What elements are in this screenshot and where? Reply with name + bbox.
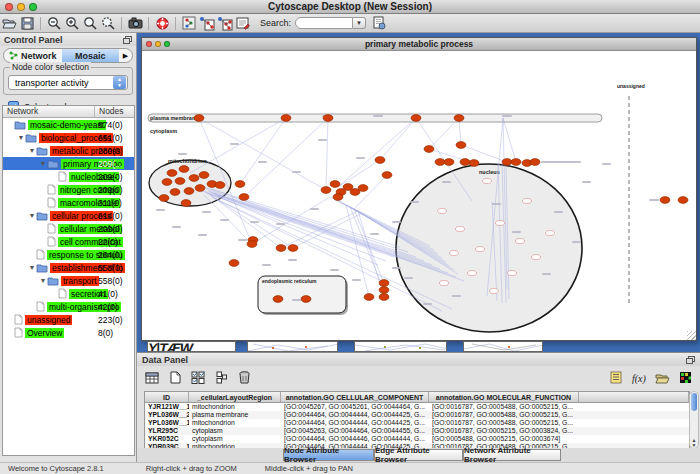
zoom-in-icon[interactable] [63,15,81,32]
gene-node[interactable] [382,172,392,179]
table-row[interactable]: YLR295Ccytoplasm[GO:0045263, GO:0044464,… [145,427,689,435]
tree-row[interactable]: macromolecule311(0) [3,196,134,209]
gene-node[interactable] [460,159,470,166]
network-graph[interactable]: plasma membranecytoplasmnucleusmitochond… [142,51,696,340]
tree-row[interactable]: ▼biological_process651(0) [3,131,134,144]
gene-node[interactable] [179,166,189,173]
float-panel-icon[interactable] [123,36,132,44]
network-window-titlebar[interactable]: primary metabolic process [142,38,696,51]
node-color-dropdown[interactable]: transporter activity ▲▼ [8,75,128,90]
scrollbar-thumb[interactable] [691,393,697,411]
gene-node[interactable] [199,172,209,179]
gene-node[interactable] [333,194,343,201]
import-attributes-icon[interactable] [653,369,671,386]
gene-node[interactable] [175,178,185,185]
search-dropdown-arrow[interactable]: ▼ [353,17,366,29]
gene-node[interactable] [358,185,368,192]
link-vizmap-icon[interactable] [216,15,234,32]
tab-mosaic[interactable]: Mosaic [62,49,120,62]
background-window-fragment[interactable]: Y\TÆW [147,341,236,352]
gene-node[interactable] [159,195,169,202]
zoom-out-icon[interactable] [45,15,63,32]
tree-row[interactable]: cellular metabol209(0) [3,222,134,235]
graph-panel-icon[interactable] [180,15,198,32]
column-header[interactable]: annotation.GO MOLECULAR_FUNCTION [429,392,579,402]
tree-row[interactable]: ▼establishment of lo558(0) [3,261,134,274]
expand-arrow-icon[interactable]: ▼ [28,147,36,154]
tree-row[interactable]: ▼primary metabo209(... [3,157,134,170]
background-window-fragment[interactable] [463,341,543,352]
tab-node-attribute-browser[interactable]: Node Attribute Browser [283,449,374,461]
gene-node[interactable] [364,294,374,301]
column-header[interactable]: ID [145,392,189,402]
new-attribute-icon[interactable] [166,369,184,386]
save-icon[interactable] [18,15,36,32]
gene-node[interactable] [281,115,291,122]
gene-node[interactable] [454,115,464,122]
gene-node[interactable] [424,146,434,153]
gene-node[interactable] [184,188,194,195]
tree-row[interactable]: ▼cellular process614(0) [3,209,134,222]
column-header[interactable]: annotation.GO CELLULAR_COMPONENT [281,392,429,402]
gene-node[interactable] [273,296,283,303]
gene-node[interactable] [660,197,670,204]
column-header[interactable]: _cellularLayoutRegion [189,392,281,402]
gene-node[interactable] [194,115,204,122]
gene-node[interactable] [323,115,333,122]
search-config-icon[interactable] [370,15,388,32]
gene-node[interactable] [170,189,180,196]
gene-node[interactable] [162,179,172,186]
expand-arrow-icon[interactable]: ▼ [39,277,47,284]
gene-node[interactable] [321,187,331,194]
zoom-selected-icon[interactable] [99,15,117,32]
zoom-fit-icon[interactable] [81,15,99,32]
network-view-window[interactable]: primary metabolic process plasma membran… [141,37,697,341]
table-row[interactable]: YKR052Ccytoplasm[GO:0044464, GO:0044446,… [145,435,689,443]
table-row[interactable]: YPL036W__2plasma membrane[GO:0044464, GO… [145,411,689,419]
attribute-list-icon[interactable] [607,369,625,386]
tree-row[interactable]: nucleobase-209(0) [3,170,134,183]
gene-node[interactable] [678,197,688,204]
preferences-icon[interactable] [234,15,252,32]
table-row[interactable]: YPL036W__1mitochondrion[GO:0044464, GO:0… [145,419,689,427]
delete-attribute-icon[interactable] [235,369,253,386]
background-window-fragment[interactable] [354,341,447,352]
gene-node[interactable] [301,296,311,303]
tree-row[interactable]: mosaic-demo-yeast874(0) [3,118,134,131]
attribute-table-icon[interactable] [143,369,161,386]
expand-arrow-icon[interactable]: ▼ [17,134,25,141]
tree-row[interactable]: Overview8(0) [3,326,134,339]
gene-node[interactable] [511,159,521,166]
gene-node[interactable] [530,159,540,166]
expand-arrow-icon[interactable]: ▼ [28,212,36,219]
gene-node[interactable] [276,245,286,252]
gene-node[interactable] [247,241,257,248]
gene-node[interactable] [375,157,385,164]
open-icon[interactable] [0,15,18,32]
tree-row[interactable]: ▼metabolic process280(0) [3,144,134,157]
tree-row[interactable]: unassigned223(0) [3,313,134,326]
help-icon[interactable] [153,15,171,32]
table-row[interactable]: YJR121W__1mitochondrion[GO:0045267, GO:0… [145,403,689,411]
gene-node[interactable] [288,245,298,252]
column-header[interactable] [579,392,689,402]
tab-overflow-arrow-icon[interactable]: ▶ [119,52,132,60]
tab-network[interactable]: Network [4,49,62,62]
gene-node[interactable] [444,159,454,166]
float-panel-icon[interactable] [686,356,695,364]
gene-node[interactable] [379,280,389,287]
gene-node[interactable] [235,181,245,188]
gene-node[interactable] [469,160,479,167]
background-window-fragment[interactable] [247,341,338,352]
gene-node[interactable] [330,181,340,188]
gene-node[interactable] [435,159,445,166]
network-canvas[interactable]: plasma membranecytoplasmnucleusmitochond… [142,51,696,340]
select-attributes-icon[interactable] [189,369,207,386]
gene-node[interactable] [195,185,205,192]
gene-node[interactable] [229,260,239,267]
tree-row[interactable]: secretion41(0) [3,287,134,300]
gene-node[interactable] [456,142,466,149]
gene-node[interactable] [379,287,389,294]
gene-node[interactable] [189,175,199,182]
vizmap-icon[interactable] [198,15,216,32]
